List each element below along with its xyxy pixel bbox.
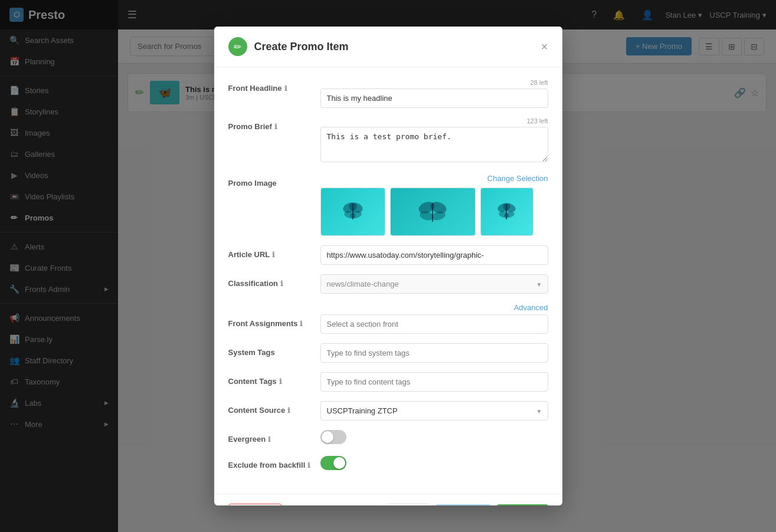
evergreen-toggle[interactable] [320, 430, 346, 444]
save-draft-button[interactable]: Save Draft [436, 504, 490, 505]
change-selection-button[interactable]: Change Selection [487, 174, 548, 183]
front-headline-char-count: 28 left [320, 79, 548, 86]
content-tags-label: Content Tags ℹ [228, 372, 311, 386]
article-url-row: Article URL ℹ [228, 245, 548, 265]
evergreen-toggle-knob [322, 431, 333, 443]
front-headline-label: Front Headline ℹ [228, 79, 311, 93]
promo-brief-row: Promo Brief ℹ 123 left This is a test pr… [228, 117, 548, 165]
modal-footer: Unpublish Cancel Save Draft Publish [214, 494, 562, 505]
promo-brief-char-count: 123 left [320, 117, 548, 124]
evergreen-info-icon[interactable]: ℹ [268, 435, 271, 444]
front-headline-content: 28 left [320, 79, 548, 108]
promo-image-label: Promo Image [228, 174, 311, 188]
content-source-row: Content Source ℹ USCPTraining ZTCP [228, 401, 548, 421]
evergreen-content [320, 430, 548, 446]
evergreen-label: Evergreen ℹ [228, 430, 311, 444]
content-source-content: USCPTraining ZTCP [320, 401, 548, 421]
modal-close-button[interactable]: × [541, 41, 548, 52]
content-source-info-icon[interactable]: ℹ [287, 406, 290, 415]
modal-header: ✏ Create Promo Item × [214, 27, 562, 67]
promo-brief-label: Promo Brief ℹ [228, 117, 311, 131]
front-headline-input[interactable] [320, 88, 548, 108]
front-assignments-row: Front Assignments ℹ [228, 314, 548, 334]
advanced-link-area: Advanced [228, 303, 548, 312]
content-tags-row: Content Tags ℹ [228, 372, 548, 392]
front-headline-row: Front Headline ℹ 28 left [228, 79, 548, 108]
publish-button[interactable]: Publish [497, 504, 548, 505]
promo-brief-info-icon[interactable]: ℹ [274, 123, 277, 131]
content-tags-info-icon[interactable]: ℹ [279, 377, 282, 386]
promo-image-inner-3 [481, 188, 533, 235]
create-promo-modal: ✏ Create Promo Item × Front Headline ℹ 2… [214, 27, 562, 505]
exclude-backfill-label: Exclude from backfill ℹ [228, 456, 311, 469]
front-assignments-label: Front Assignments ℹ [228, 314, 311, 328]
classification-info-icon[interactable]: ℹ [280, 280, 283, 288]
promo-brief-content: 123 left This is a test promo brief. [320, 117, 548, 165]
exclude-backfill-toggle[interactable] [320, 456, 346, 470]
cancel-button[interactable]: Cancel [386, 504, 430, 505]
image-thumbnails [320, 188, 548, 236]
butterfly-svg-1 [338, 197, 368, 226]
content-source-select-wrapper: USCPTraining ZTCP [320, 401, 548, 421]
modal-overlay: ✏ Create Promo Item × Front Headline ℹ 2… [0, 0, 776, 532]
exclude-backfill-content [320, 456, 548, 472]
classification-select[interactable]: news/climate-change [320, 274, 548, 294]
promo-brief-input[interactable]: This is a test promo brief. [320, 127, 548, 162]
exclude-backfill-toggle-knob [333, 457, 345, 469]
system-tags-label: System Tags [228, 343, 311, 357]
article-url-content [320, 245, 548, 265]
modal-body: Front Headline ℹ 28 left Promo Brief ℹ 1… [214, 67, 562, 494]
front-headline-info-icon[interactable]: ℹ [284, 84, 287, 93]
content-source-label: Content Source ℹ [228, 401, 311, 415]
promo-image-row: Promo Image Change Selection [228, 174, 548, 236]
exclude-backfill-info-icon[interactable]: ℹ [307, 461, 310, 469]
promo-image-inner-1 [321, 188, 385, 235]
content-tags-content [320, 372, 548, 392]
promo-image-thumb-1[interactable] [320, 188, 385, 236]
content-tags-input[interactable] [320, 372, 548, 392]
butterfly-svg-3 [493, 197, 520, 226]
modal-title: Create Promo Item [254, 41, 534, 53]
unpublish-button[interactable]: Unpublish [228, 504, 283, 505]
promo-images-header: Change Selection [320, 174, 548, 183]
system-tags-row: System Tags [228, 343, 548, 363]
front-assignments-content [320, 314, 548, 334]
promo-image-thumb-3[interactable] [480, 188, 533, 236]
classification-row: Classification ℹ news/climate-change [228, 274, 548, 294]
evergreen-row: Evergreen ℹ [228, 430, 548, 446]
promo-image-content: Change Selection [320, 174, 548, 236]
classification-select-wrapper: news/climate-change [320, 274, 548, 294]
article-url-info-icon[interactable]: ℹ [272, 251, 275, 259]
modal-icon: ✏ [228, 37, 247, 56]
content-source-select[interactable]: USCPTraining ZTCP [320, 401, 548, 421]
front-assignments-input[interactable] [320, 314, 548, 334]
promo-image-inner-2 [391, 188, 475, 235]
article-url-label: Article URL ℹ [228, 245, 311, 259]
article-url-input[interactable] [320, 245, 548, 265]
advanced-link[interactable]: Advanced [514, 303, 548, 312]
system-tags-input[interactable] [320, 343, 548, 363]
classification-content: news/climate-change [320, 274, 548, 294]
promo-image-thumb-2[interactable] [390, 188, 476, 236]
front-assignments-info-icon[interactable]: ℹ [300, 320, 303, 328]
classification-label: Classification ℹ [228, 274, 311, 288]
butterfly-svg-2 [412, 197, 453, 226]
system-tags-content [320, 343, 548, 363]
exclude-backfill-row: Exclude from backfill ℹ [228, 456, 548, 472]
